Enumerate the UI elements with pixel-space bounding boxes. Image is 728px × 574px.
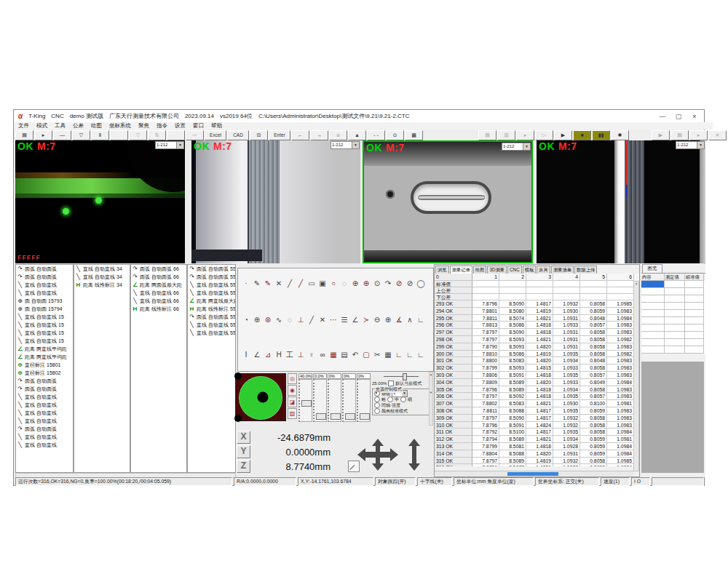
tab-CNC[interactable]: CNC [507,266,522,274]
tool-rect-auto-icon[interactable]: ▣ [317,279,328,289]
tools-icon[interactable]: ✱ [611,130,629,140]
list-item[interactable]: ╲直线自动直线 [16,409,73,417]
tool-ring-scan-icon[interactable]: ⊛ [263,315,273,325]
result-row[interactable]: 300 OK7.88108.50861.48191.09350.80581.09… [435,351,639,358]
result-row[interactable]: 296 OK7.88138.50861.48181.09330.80571.09… [435,322,639,329]
tool-dist-corner-icon[interactable]: ⊿ [263,350,273,360]
tab-测量记录[interactable]: 测量记录 [450,266,472,274]
options-scrollbar[interactable]: ▲▼ [429,372,433,426]
tab-elements[interactable]: 图元 [642,264,662,273]
ring-grid-icon[interactable]: ▨ [288,408,297,419]
minus-icon[interactable]: - - [367,130,385,140]
tool-arc-scan-icon[interactable]: ⊘ [394,279,404,289]
excel-button[interactable]: Excel [205,130,226,140]
result-row[interactable]: 294 OK7.88018.50801.48191.09300.80591.09… [435,308,639,315]
tool-midline-icon[interactable]: ☰ [339,315,349,325]
result-row[interactable]: 313 OK7.87998.50811.48181.09280.80591.09… [435,443,639,450]
menu-item-公差[interactable]: 公差 [73,122,84,129]
tool-dist-circles-icon[interactable]: ⊕ [383,315,393,325]
tool-closed-curve-icon[interactable]: ◌ [285,315,295,325]
list-item[interactable]: ╲直线自动直线55 [188,289,235,297]
tool-dist-circle-icon[interactable]: ⊖ [372,315,382,325]
close-button[interactable]: × [689,113,700,120]
tool-perpendicular-icon[interactable]: ⊥ [296,315,306,325]
export-icon[interactable]: ⊟ [250,130,268,140]
tool-select-icon[interactable]: ▢ [361,350,371,360]
tool-undo-icon[interactable]: ↶ [350,350,360,360]
tool-pick-edge-icon[interactable]: ✎ [252,279,262,289]
camera-view-2[interactable]: OKM:7 1-212▼ [191,140,360,263]
list-item[interactable]: ╲直线自动直线55 [188,329,235,337]
camera-zoom-select[interactable]: 1-212▼ [502,143,531,151]
list-item[interactable]: ╲直线自动直线15 [16,321,73,329]
list-item[interactable]: ∠距离两直线平均距 [16,353,73,361]
tab-3D测量[interactable]: 3D测量 [487,266,507,274]
camera-view-3-selected[interactable]: OKM:7 1-212▼ [363,140,533,263]
tool-angle-ref-icon[interactable]: ∟ [416,315,426,325]
result-row[interactable]: 306 OK7.87978.50921.48181.09350.80571.09… [435,393,639,400]
chevron-down-icon[interactable]: ▼ [176,142,183,148]
tool-coord-2-icon[interactable]: ∟ [405,350,415,360]
list-item[interactable]: ╲直线自动直线 [16,401,73,409]
result-row[interactable]: 298 OK7.87978.50931.48211.09310.80581.09… [435,336,639,343]
tool-coord-3-icon[interactable]: ∟ [416,350,426,360]
medium-radio[interactable] [387,396,393,402]
list-item[interactable]: ↷圆弧自动圆弧55 [188,273,235,281]
slider-thumb[interactable] [345,413,355,420]
default-mode-checkbox[interactable] [388,380,394,386]
list-item[interactable]: ↷圆弧自动圆弧 [16,273,73,281]
tool-arc-scan2-icon[interactable]: ⊘ [405,279,415,289]
result-row[interactable]: 316 OK7.87968.50771.48211.09270.80581.09… [435,464,639,466]
results-vertical-scrollbar[interactable]: ▲ [633,281,639,471]
result-row[interactable]: 302 OK7.87998.50931.48151.09330.80581.09… [435,364,639,372]
tool-angle-3-icon[interactable]: ∧ [405,315,415,325]
tab-夹具[interactable]: 夹具 [537,266,550,274]
menu-item-设置[interactable]: 设置 [175,122,186,129]
list-item[interactable]: H距离线性标注34 [74,281,130,289]
slider-thumb[interactable] [301,400,312,407]
result-row[interactable]: 311 OK7.87928.51001.48171.09350.80581.09… [435,428,639,436]
tool-grid-icon[interactable]: ▦ [328,350,339,360]
slider-track[interactable] [342,379,356,422]
tool-ellipse-icon[interactable]: ◯ [416,279,426,289]
chevron-down-icon[interactable]: ▼ [523,143,530,150]
scrollbar-thumb[interactable] [507,472,558,476]
list-item[interactable]: ╲直线自动直线 [16,281,73,289]
tool-angle-icon[interactable]: ∠ [350,315,360,325]
result-row[interactable]: 295 OK7.88118.50741.48211.09310.80481.09… [435,315,639,322]
tab-测量清单[interactable]: 测量清单 [551,266,574,274]
tool-angle-2-icon[interactable]: ∡ [394,315,404,325]
slider-thumb[interactable] [316,413,326,420]
jog-xy-arrows-icon[interactable] [357,439,398,471]
result-row[interactable]: 303 OK7.88068.50911.48181.09350.80571.09… [435,372,639,379]
list-item[interactable]: ↷圆弧自动圆弧55 [188,313,235,321]
camera-view-4[interactable]: OKM:7 1-212▼ [537,140,705,263]
tool-calc-icon[interactable]: ▦ [383,350,393,360]
list-item[interactable]: ╲直线自动直线34 [74,273,130,281]
list-item[interactable]: ╲直线自动直线55 [188,281,235,289]
result-row[interactable]: 301 OK7.88008.50831.48201.09340.80481.09… [435,357,639,364]
objective-radio[interactable] [374,391,380,396]
list-item[interactable]: ↷圆弧自动圆弧66 [131,273,186,281]
run-single-icon[interactable]: ▶ [554,130,572,140]
color-cal-radio[interactable] [374,408,380,414]
list-item[interactable]: H距离线性标注66 [131,305,186,313]
coaxial-radio[interactable] [374,402,380,408]
result-row[interactable]: 307 OK7.88028.50831.48211.09300.81001.09… [435,400,639,407]
list-item[interactable]: ∠距离两直线平均距 [16,345,73,353]
tool-circle-scan-icon[interactable]: ⊕ [350,279,360,289]
tool-arc-icon[interactable]: ↷ [383,279,393,289]
element-row[interactable] [641,281,705,288]
list-item[interactable]: ⊕圆自动圆15793 [16,297,73,305]
save-icon[interactable]: ▤ [15,130,33,140]
tool-circle-center-icon[interactable]: ⊙ [372,279,382,289]
results-horizontal-scrollbar[interactable] [435,471,633,477]
tool-dist-step-icon[interactable]: 工 [285,350,295,360]
tool-circle-auto-icon[interactable]: ◌ [339,279,349,289]
tool-symmetry-icon[interactable]: ♀ [306,350,317,360]
list-item[interactable]: ↷圆弧自动圆弧66 [131,265,186,273]
stage-line-icon[interactable]: — [53,130,71,140]
tool-tangent-icon[interactable]: ≻ [361,315,371,325]
open-icon[interactable]: ▸ [34,130,52,140]
list-item[interactable]: ╲直线自动直线34 [74,265,130,273]
